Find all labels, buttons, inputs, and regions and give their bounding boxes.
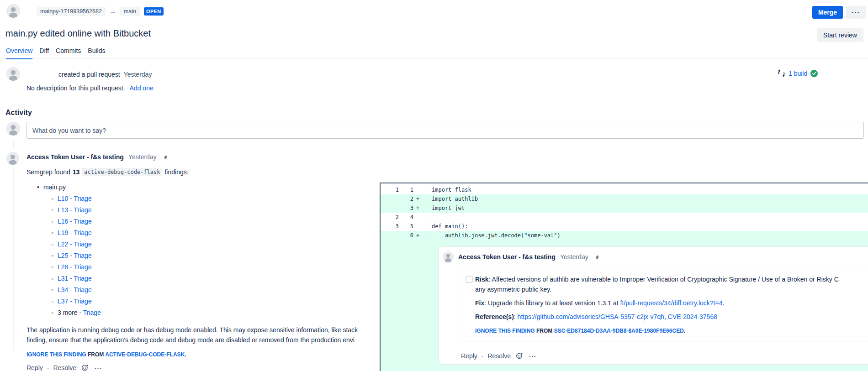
- reply-link[interactable]: Reply: [26, 364, 43, 371]
- comment-author[interactable]: Access Token User - f&s testing: [26, 153, 124, 161]
- target-branch[interactable]: main: [120, 7, 140, 16]
- diff-sign: +: [413, 231, 422, 240]
- person-icon: [6, 122, 20, 136]
- finding-link[interactable]: L13 - Triage: [58, 206, 92, 214]
- ignore-finding-link[interactable]: IGNORE THIS FINDING: [475, 328, 535, 334]
- person-icon: [6, 67, 20, 81]
- finding-checkbox[interactable]: [466, 276, 473, 283]
- finding-link[interactable]: L34 - Triage: [58, 286, 92, 293]
- comment-more-button[interactable]: ···: [528, 353, 537, 360]
- finding-link[interactable]: L31 - Triage: [58, 275, 92, 282]
- old-line-number: [381, 231, 402, 240]
- comment-time[interactable]: Yesterday: [128, 153, 157, 161]
- merge-button[interactable]: Merge: [812, 6, 843, 19]
- branch-row: mainpy-1719939562682 → main OPEN: [37, 7, 164, 16]
- semgrep-prefix: Semgrep found: [26, 168, 70, 176]
- diff-row-added[interactable]: 2+ import authlib: [381, 194, 868, 204]
- semgrep-summary: Semgrep found 13 active-debug-code-flask…: [26, 168, 865, 176]
- comment-author[interactable]: Access Token User - f&s testing: [458, 253, 556, 261]
- finding-link[interactable]: L28 - Triage: [58, 263, 92, 271]
- diff-sign: [413, 185, 422, 194]
- no-description-text: No description for this pull request.: [26, 84, 125, 92]
- risk-line2: any asymmetric public key.: [475, 284, 839, 294]
- comment-header: Access Token User - f&s testing Yesterda…: [26, 152, 865, 161]
- finding-link[interactable]: L22 - Triage: [58, 240, 92, 248]
- build-status: 1 build: [778, 69, 818, 77]
- avatar[interactable]: [443, 251, 454, 262]
- created-text: created a pull requestYesterday: [58, 71, 152, 78]
- reply-link[interactable]: Reply: [461, 352, 477, 360]
- inline-comment-card: Access Token User - f&s testing Yesterda…: [439, 246, 868, 365]
- fix-text: : Upgrade this library to at least versi…: [484, 299, 620, 307]
- new-line-number: 6: [402, 231, 413, 240]
- resolve-link[interactable]: Resolve: [53, 364, 76, 371]
- period: .: [185, 351, 186, 358]
- avatar[interactable]: [6, 4, 20, 18]
- references-line: Reference(s): https://github.com/advisor…: [475, 312, 839, 322]
- more-findings-link[interactable]: Triage: [83, 309, 101, 316]
- ignore-target-link[interactable]: ACTIVE-DEBUG-CODE-FLASK: [105, 351, 185, 358]
- code-line: [425, 213, 432, 222]
- new-line-number: 1: [402, 185, 413, 194]
- avatar[interactable]: [6, 67, 20, 81]
- diff-row-added[interactable]: 6+ authlib.jose.jwt.decode("some-val"): [381, 231, 868, 240]
- created-time: Yesterday: [124, 71, 152, 78]
- diff-sign: +: [413, 204, 422, 213]
- resolve-link[interactable]: Resolve: [487, 352, 511, 360]
- tab-overview[interactable]: Overview: [6, 47, 32, 59]
- fix-link[interactable]: ft/pull-requests/34/diff:oetry.lock?t=4: [620, 299, 723, 307]
- from-label: FROM: [536, 328, 552, 334]
- more-findings-text: 3 more -: [58, 309, 81, 316]
- diff-panel: 11 import flask 2+ import authlib 3+ imp…: [380, 183, 868, 371]
- tab-diff[interactable]: Diff: [39, 47, 49, 59]
- risk-finding-box: Risk: Affected versions of authlib are v…: [459, 268, 868, 341]
- comment-time[interactable]: Yesterday: [560, 253, 588, 261]
- ignore-finding-link[interactable]: IGNORE THIS FINDING: [26, 351, 86, 358]
- tab-bar: Overview Diff Commits Builds: [0, 47, 868, 59]
- more-options-icon: ···: [95, 365, 102, 371]
- permalink-icon[interactable]: [162, 154, 169, 161]
- add-reaction-button[interactable]: [515, 352, 524, 360]
- avatar[interactable]: [6, 152, 19, 165]
- fix-line: Fix: Upgrade this library to at least ve…: [475, 298, 839, 308]
- old-line-number: [381, 204, 402, 213]
- diff-row[interactable]: 24: [381, 213, 868, 222]
- diff-row[interactable]: 11 import flask: [381, 185, 868, 194]
- diff-row-added[interactable]: 3+ import jwt: [381, 204, 868, 213]
- activity-heading: Activity: [5, 109, 32, 117]
- source-branch[interactable]: mainpy-1719939562682: [37, 7, 106, 16]
- ignore-target-link[interactable]: SSC-ED87184D-D3AA-9DB8-8A0E-1980F9E66CED: [554, 328, 684, 334]
- comment-more-button[interactable]: ···: [94, 365, 103, 371]
- comment-input[interactable]: [26, 122, 864, 139]
- cve-link[interactable]: CVE-2024-37568: [668, 313, 717, 320]
- permalink-icon[interactable]: [594, 254, 601, 261]
- diff-sign: [413, 222, 422, 231]
- diff-sign: [413, 213, 422, 222]
- finding-link[interactable]: L19 - Triage: [58, 229, 92, 236]
- builds-link[interactable]: 1 build: [789, 70, 807, 77]
- builds-icon: [778, 69, 785, 77]
- from-label: FROM: [88, 351, 104, 358]
- finding-link[interactable]: L16 - Triage: [58, 218, 92, 225]
- add-reaction-button[interactable]: [80, 364, 90, 371]
- advisory-link[interactable]: https://github.com/advisories/GHSA-5357-…: [518, 313, 664, 320]
- separator-dot: ·: [482, 352, 484, 360]
- finding-link[interactable]: L37 - Triage: [58, 298, 92, 305]
- tab-builds[interactable]: Builds: [88, 47, 105, 59]
- code-line: import flask: [425, 185, 471, 194]
- thread-line: [13, 141, 14, 149]
- diff-row[interactable]: 35 def main():: [381, 222, 868, 231]
- finding-link[interactable]: L10 - Triage: [58, 195, 92, 202]
- more-options-button[interactable]: ···: [846, 6, 866, 19]
- add-description-link[interactable]: Add one: [130, 84, 153, 92]
- old-line-number: 3: [381, 222, 402, 231]
- tab-commits[interactable]: Commits: [56, 47, 81, 59]
- finding-link[interactable]: L25 - Triage: [58, 252, 92, 259]
- new-line-number: 5: [402, 222, 413, 231]
- new-line-number: 4: [402, 213, 413, 222]
- page-title: main.py edited online with Bitbucket: [5, 28, 151, 39]
- check-circle-icon: [810, 70, 818, 77]
- start-review-button[interactable]: Start review: [817, 28, 863, 42]
- period: .: [723, 299, 725, 307]
- comment-composer: [6, 122, 864, 139]
